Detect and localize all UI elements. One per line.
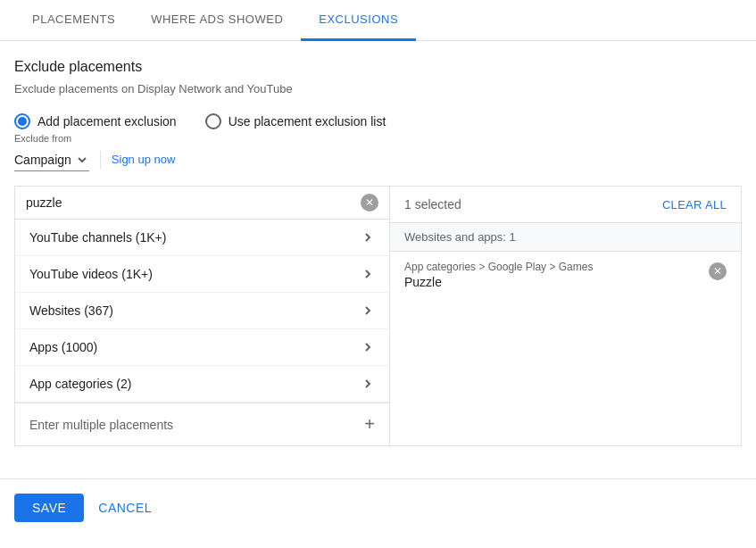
tab-exclusions[interactable]: EXCLUSIONS (301, 0, 416, 41)
search-row: ✕ (15, 187, 389, 220)
radio-circle-add-exclusion (14, 113, 30, 129)
right-header: 1 selected CLEAR ALL (390, 187, 741, 223)
footer: SAVE CANCEL (0, 478, 756, 536)
chevron-right-icon (361, 303, 375, 318)
selected-item-path: App categories > Google Play > Games (404, 261, 593, 273)
chevron-right-icon (361, 377, 375, 391)
selected-count: 1 selected (404, 197, 461, 212)
chevron-down-icon (75, 153, 89, 167)
tab-placements[interactable]: PLACEMENTS (14, 0, 133, 41)
chevron-right-icon (361, 340, 375, 354)
radio-add-exclusion-label: Add placement exclusion (37, 114, 177, 129)
radio-use-list-label: Use placement exclusion list (228, 114, 386, 129)
section-subtitle: Exclude placements on Display Network an… (14, 82, 742, 95)
radio-group: Add placement exclusion Use placement ex… (14, 113, 742, 129)
category-item-youtube-videos[interactable]: YouTube videos (1K+) (15, 256, 389, 293)
exclude-from-row: Exclude from Campaign Sign up now (14, 147, 742, 171)
selected-item-puzzle: App categories > Google Play > Games Puz… (390, 252, 741, 298)
category-label-youtube-videos: YouTube videos (1K+) (29, 267, 153, 281)
search-input[interactable] (26, 195, 361, 210)
selected-item-info: App categories > Google Play > Games Puz… (404, 261, 593, 289)
clear-search-button[interactable]: ✕ (361, 194, 378, 212)
category-label-websites: Websites (367) (29, 303, 113, 318)
cancel-button[interactable]: CANCEL (98, 501, 152, 515)
category-label-app-categories: App categories (2) (29, 377, 131, 391)
clear-all-button[interactable]: CLEAR ALL (662, 198, 727, 212)
remove-item-button[interactable]: ✕ (709, 262, 727, 280)
radio-circle-use-list (205, 113, 221, 129)
category-item-apps[interactable]: Apps (1000) (15, 329, 389, 366)
category-item-youtube-channels[interactable]: YouTube channels (1K+) (15, 220, 389, 256)
exclude-from-select[interactable]: Campaign (14, 153, 89, 171)
category-label-apps: Apps (1000) (29, 340, 97, 354)
selected-group-header: Websites and apps: 1 (390, 223, 741, 252)
main-panel: ✕ YouTube channels (1K+) YouTube videos … (14, 186, 742, 446)
category-list: YouTube channels (1K+) YouTube videos (1… (15, 220, 389, 403)
category-item-websites[interactable]: Websites (367) (15, 293, 389, 329)
right-panel: 1 selected CLEAR ALL Websites and apps: … (390, 187, 741, 445)
tabs-bar: PLACEMENTS WHERE ADS SHOWED EXCLUSIONS (0, 0, 756, 41)
category-item-app-categories[interactable]: App categories (2) (15, 366, 389, 403)
left-panel: ✕ YouTube channels (1K+) YouTube videos … (15, 187, 390, 445)
category-label-youtube-channels: YouTube channels (1K+) (29, 230, 166, 245)
section-title: Exclude placements (14, 59, 742, 75)
radio-use-list[interactable]: Use placement exclusion list (205, 113, 386, 129)
vertical-divider (100, 151, 101, 169)
chevron-right-icon (361, 267, 375, 281)
tab-where-ads-showed[interactable]: WHERE ADS SHOWED (133, 0, 301, 41)
main-content: Exclude placements Exclude placements on… (0, 41, 756, 464)
sign-up-link[interactable]: Sign up now (112, 153, 176, 166)
exclude-from-value: Campaign (14, 153, 71, 167)
radio-add-exclusion[interactable]: Add placement exclusion (14, 113, 177, 129)
chevron-right-icon (361, 230, 375, 245)
plus-icon: + (364, 414, 375, 435)
selected-item-name: Puzzle (404, 275, 593, 289)
exclude-from-wrapper: Exclude from Campaign (14, 147, 89, 171)
enter-multiple-row[interactable]: Enter multiple placements + (15, 403, 389, 445)
exclude-from-label: Exclude from (14, 133, 71, 144)
enter-multiple-label: Enter multiple placements (29, 418, 173, 432)
save-button[interactable]: SAVE (14, 494, 84, 522)
